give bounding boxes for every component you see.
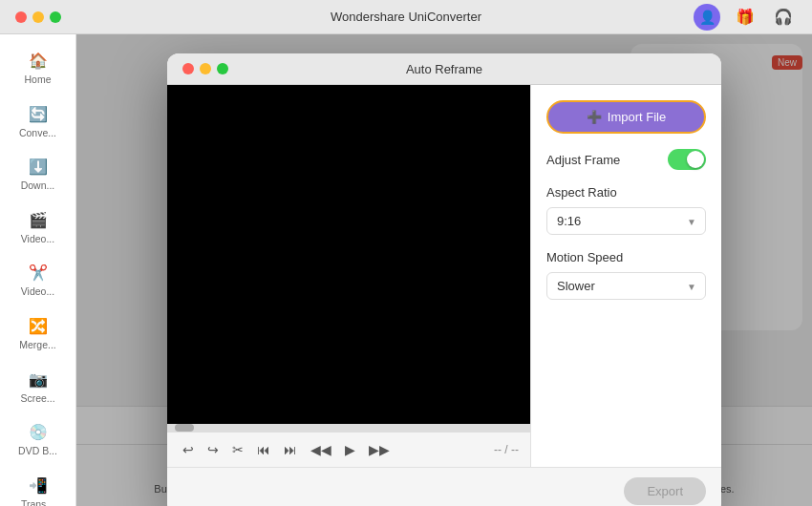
aspect-ratio-setting: Aspect Ratio 9:16 16:9 4:3 1:1 21:9 — [546, 185, 706, 235]
title-bar: Wondershare UniConverter 👤 🎁 🎧 — [0, 0, 812, 34]
download-icon: ⬇️ — [29, 158, 48, 176]
sidebar-item-video-comp-label: Video... — [21, 285, 54, 298]
dvd-icon: 💿 — [29, 423, 48, 441]
video-area: ↩ ↪ ✂ ⏮ ⏭ ◀◀ ▶ ▶▶ -- / -- — [167, 85, 530, 467]
import-file-button[interactable]: ➕ Import File — [546, 100, 706, 134]
screen-icon: 📷 — [29, 370, 48, 389]
home-icon: 🏠 — [29, 52, 48, 70]
adjust-frame-label: Adjust Frame — [546, 153, 620, 167]
undo-button[interactable]: ↩ — [179, 440, 198, 459]
time-display: -- / -- — [494, 443, 519, 456]
motion-speed-setting: Motion Speed Auto Slower Slow Default Fa… — [546, 250, 706, 300]
aspect-ratio-label: Aspect Ratio — [546, 185, 706, 200]
app-window: Wondershare UniConverter 👤 🎁 🎧 🏠 Home 🔄 … — [0, 0, 812, 506]
sidebar-item-convert[interactable]: 🔄 Conve... — [0, 95, 75, 149]
rewind-button[interactable]: ◀◀ — [307, 440, 335, 459]
prev-frame-button[interactable]: ⏮ — [253, 440, 274, 459]
main-content: 🏠 Home 🔄 Conve... ⬇️ Down... 🎬 Video... … — [0, 34, 812, 506]
sidebar-item-merge-label: Merge... — [19, 339, 56, 351]
modal-close-button[interactable] — [182, 63, 194, 74]
transfer-icon: 📲 — [29, 476, 48, 495]
import-label: Import File — [608, 110, 666, 124]
adjust-frame-toggle[interactable] — [668, 149, 706, 170]
adjust-frame-setting: Adjust Frame — [546, 149, 706, 170]
aspect-ratio-wrapper: 9:16 16:9 4:3 1:1 21:9 ▼ — [546, 207, 706, 235]
motion-speed-select[interactable]: Auto Slower Slow Default Fast Faster — [546, 272, 706, 300]
video-preview — [167, 85, 530, 424]
import-icon: ➕ — [587, 110, 602, 124]
minimize-button[interactable] — [32, 11, 44, 23]
modal-title: Auto Reframe — [406, 62, 482, 76]
adjust-frame-row: Adjust Frame — [546, 149, 706, 170]
sidebar-item-dvd[interactable]: 💿 DVD B... — [0, 413, 75, 467]
maximize-button[interactable] — [50, 11, 61, 23]
sidebar-item-screen-label: Scree... — [20, 392, 54, 405]
gift-icon[interactable]: 🎁 — [732, 4, 759, 31]
sidebar-item-video-edit-label: Video... — [21, 233, 54, 245]
video-scrollbar[interactable] — [167, 424, 530, 432]
video-scrollbar-thumb — [175, 424, 194, 432]
sidebar-item-video-comp[interactable]: ✂️ Video... — [0, 254, 75, 307]
export-button[interactable]: Export — [624, 477, 706, 505]
modal-traffic-lights — [182, 63, 228, 74]
sidebar-item-download[interactable]: ⬇️ Down... — [0, 148, 75, 201]
video-controls: ↩ ↪ ✂ ⏮ ⏭ ◀◀ ▶ ▶▶ -- / -- — [167, 432, 530, 467]
aspect-ratio-select[interactable]: 9:16 16:9 4:3 1:1 21:9 — [546, 207, 706, 235]
modal-maximize-button[interactable] — [217, 63, 228, 74]
sidebar-item-transfer[interactable]: 📲 Trans... — [0, 467, 75, 506]
toggle-knob — [687, 151, 704, 168]
user-avatar-icon[interactable]: 👤 — [694, 4, 720, 31]
sidebar-item-download-label: Down... — [21, 179, 55, 192]
sidebar-item-dvd-label: DVD B... — [18, 445, 57, 457]
content-area: New itor rtraits lligence ound videos 💿 … — [76, 34, 812, 506]
headphone-icon[interactable]: 🎧 — [770, 4, 797, 31]
traffic-lights — [15, 11, 61, 23]
sidebar: 🏠 Home 🔄 Conve... ⬇️ Down... 🎬 Video... … — [0, 34, 76, 506]
sidebar-item-transfer-label: Trans... — [21, 498, 54, 506]
video-comp-icon: ✂️ — [29, 264, 48, 282]
motion-speed-label: Motion Speed — [546, 250, 706, 264]
motion-speed-wrapper: Auto Slower Slow Default Fast Faster ▼ — [546, 272, 706, 300]
modal-footer: Export — [167, 467, 721, 506]
modal-overlay: Auto Reframe ↩ ↪ — [76, 34, 812, 506]
redo-button[interactable]: ↪ — [203, 440, 223, 459]
cut-button[interactable]: ✂ — [228, 440, 247, 459]
close-button[interactable] — [15, 11, 27, 23]
video-edit-icon: 🎬 — [29, 211, 48, 229]
auto-reframe-modal: Auto Reframe ↩ ↪ — [167, 53, 721, 506]
title-bar-actions: 👤 🎁 🎧 — [694, 4, 797, 31]
merge-icon: 🔀 — [29, 317, 48, 335]
next-frame-button[interactable]: ⏭ — [280, 440, 301, 459]
sidebar-item-merge[interactable]: 🔀 Merge... — [0, 307, 75, 361]
play-button[interactable]: ▶ — [341, 440, 359, 459]
app-title: Wondershare UniConverter — [331, 10, 481, 24]
sidebar-item-home-label: Home — [24, 74, 51, 86]
settings-panel: ➕ Import File Adjust Frame — [530, 85, 721, 467]
modal-minimize-button[interactable] — [200, 63, 211, 74]
sidebar-item-home[interactable]: 🏠 Home — [0, 42, 75, 95]
modal-body: ↩ ↪ ✂ ⏮ ⏭ ◀◀ ▶ ▶▶ -- / -- — [167, 85, 721, 467]
fast-forward-button[interactable]: ▶▶ — [365, 440, 394, 459]
sidebar-item-video-edit[interactable]: 🎬 Video... — [0, 201, 75, 255]
modal-title-bar: Auto Reframe — [167, 53, 721, 85]
sidebar-item-convert-label: Conve... — [19, 127, 56, 139]
convert-icon: 🔄 — [29, 105, 48, 123]
sidebar-item-screen[interactable]: 📷 Scree... — [0, 361, 75, 414]
